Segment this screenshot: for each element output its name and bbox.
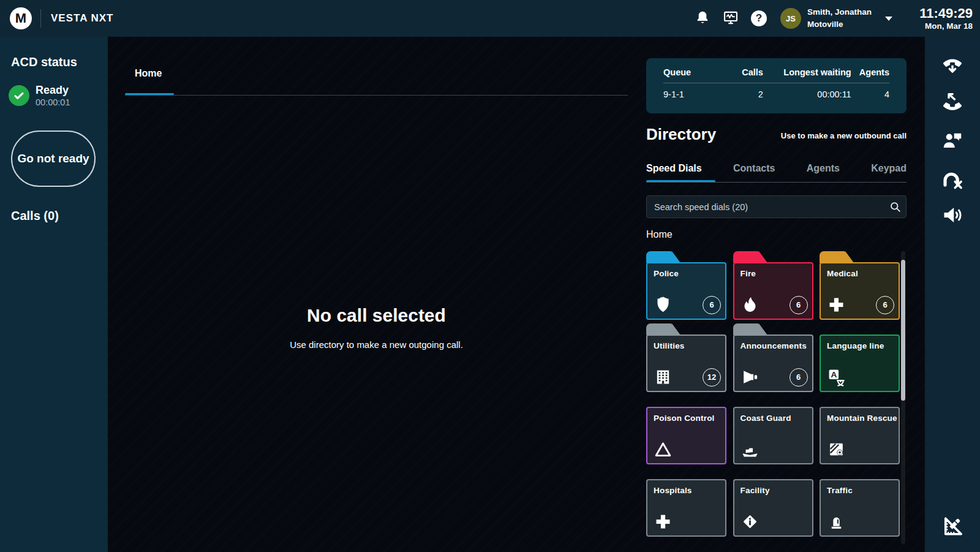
- calls-section-title: Calls (0): [11, 209, 108, 223]
- answer-call-icon: [941, 55, 963, 78]
- acd-sidebar: ACD status Ready 00:00:01 Go not ready C…: [0, 37, 108, 552]
- monitor-off-icon: [941, 168, 963, 192]
- queue-calls-cell: 2: [728, 89, 763, 99]
- tile-label: Facility: [741, 486, 806, 495]
- tile-label: Coast Guard: [741, 414, 806, 423]
- speed-dial-language-line[interactable]: Language line A: [820, 335, 900, 392]
- speed-dial-mountain-rescue[interactable]: Mountain Rescue: [820, 407, 900, 464]
- tile-count-badge: 6: [790, 368, 808, 387]
- monitor-off-button[interactable]: [938, 165, 967, 194]
- release-call-button[interactable]: [938, 88, 967, 118]
- acd-status-row: Ready 00:00:01: [9, 84, 108, 107]
- directory-panel: Queue Calls Longest waiting Agents 9-1-1…: [646, 37, 907, 552]
- search-input[interactable]: [647, 202, 884, 212]
- release-call-icon: [941, 91, 963, 115]
- svg-text:A: A: [831, 370, 837, 379]
- queue-table-row: 9-1-1 2 00:00:11 4: [663, 89, 889, 99]
- main-area: Home No call selected Use directory to m…: [108, 37, 925, 552]
- header-divider: [40, 9, 41, 28]
- speed-dial-folder-fire[interactable]: Fire 6: [733, 262, 813, 320]
- clock-date: Mon, Mar 18: [902, 21, 973, 31]
- logo-glyph: M: [15, 12, 26, 25]
- volume-icon: [941, 204, 963, 228]
- search-icon[interactable]: [884, 200, 906, 213]
- empty-call-state: No call selected Use directory to make a…: [125, 305, 628, 350]
- clock: 11:49:29 Mon, Mar 18: [902, 6, 973, 30]
- acd-status-label: Ready: [36, 84, 70, 97]
- longest-waiting-col-header: Longest waiting: [763, 67, 851, 77]
- avatar-initials: JS: [786, 14, 796, 23]
- monitor-pulse-icon: [723, 10, 739, 28]
- police-badge-icon: [654, 295, 673, 314]
- tile-label: Police: [654, 269, 719, 278]
- directory-tab-contacts[interactable]: Contacts: [733, 163, 775, 174]
- folder-tab: [733, 323, 759, 335]
- queue-table-divider: [663, 83, 889, 83]
- tile-label: Fire: [741, 269, 806, 278]
- megaphone-icon: [741, 368, 760, 387]
- tile-count-badge: 12: [703, 368, 721, 387]
- volume-button[interactable]: [938, 201, 967, 230]
- bell-icon: [695, 10, 710, 28]
- speed-dial-folder-police[interactable]: Police 6: [646, 262, 726, 320]
- go-not-ready-button[interactable]: Go not ready: [11, 130, 96, 187]
- folder-tab: [733, 251, 759, 263]
- speed-dial-poison-control[interactable]: Poison Control: [646, 407, 726, 464]
- speed-dial-folder-medical[interactable]: Medical 6: [820, 262, 900, 320]
- directory-tab-agents[interactable]: Agents: [807, 163, 840, 174]
- translate-icon: A: [827, 368, 846, 387]
- directory-tab-speed-dials[interactable]: Speed Dials: [646, 163, 702, 174]
- directory-tabbar-divider: [646, 182, 907, 183]
- tile-label: Mountain Rescue: [827, 414, 892, 423]
- ruler-pencil-icon: [941, 515, 963, 539]
- agent-chat-button[interactable]: [938, 126, 967, 155]
- queue-col-header: Queue: [663, 67, 728, 77]
- notifications-button[interactable]: [688, 4, 717, 32]
- tab-home[interactable]: Home: [135, 68, 162, 79]
- agents-col-header: Agents: [851, 67, 889, 77]
- help-button[interactable]: ?: [745, 4, 773, 32]
- directory-tab-keypad[interactable]: Keypad: [871, 163, 907, 174]
- tile-label: Traffic: [827, 486, 892, 495]
- queue-name-cell: 9-1-1: [663, 89, 728, 99]
- speed-dial-hospitals[interactable]: Hospitals: [646, 479, 726, 537]
- clock-time: 11:49:29: [902, 6, 973, 21]
- agent-chat-icon: [941, 129, 963, 153]
- user-location: Motoville: [807, 18, 872, 31]
- user-menu-button[interactable]: [875, 5, 902, 32]
- speed-dial-coast-guard[interactable]: Coast Guard: [733, 407, 813, 464]
- folder-tab: [820, 251, 845, 263]
- directory-hint: Use to make a new outbound call: [781, 131, 907, 142]
- traffic-beacon-icon: [827, 512, 846, 531]
- speed-dial-facility[interactable]: Facility: [733, 479, 813, 537]
- tile-label: Hospitals: [654, 486, 719, 495]
- system-status-button[interactable]: [717, 4, 745, 32]
- empty-state-subtitle: Use directory to make a new outgoing cal…: [125, 339, 628, 350]
- directory-scrollbar[interactable]: [901, 251, 905, 544]
- medical-cross-icon: [827, 295, 846, 314]
- help-icon: ?: [751, 10, 767, 26]
- ready-check-icon: [9, 85, 29, 106]
- queue-agents-cell: 4: [851, 89, 889, 99]
- chevron-down-icon: [885, 17, 892, 21]
- user-avatar[interactable]: JS: [780, 8, 801, 29]
- hospital-cross-icon: [654, 512, 673, 531]
- speed-dial-traffic[interactable]: Traffic: [820, 479, 900, 537]
- speed-dial-folder-utilities[interactable]: Utilities 12: [646, 335, 726, 392]
- app-title: VESTA NXT: [51, 12, 114, 25]
- speed-dial-search: [646, 195, 907, 218]
- facility-diamond-icon: [741, 512, 760, 531]
- building-icon: [654, 368, 673, 387]
- queue-summary-card: Queue Calls Longest waiting Agents 9-1-1…: [646, 58, 907, 113]
- answer-call-button[interactable]: [938, 51, 967, 81]
- speed-dial-grid: Police 6 Fire 6 Medical 6 Utilities: [646, 262, 900, 537]
- tile-label: Announcements: [741, 341, 806, 350]
- tab-bar-divider: [125, 95, 628, 96]
- scrollbar-thumb[interactable]: [901, 260, 905, 401]
- flame-icon: [741, 295, 760, 314]
- queue-longest-waiting-cell: 00:00:11: [763, 89, 851, 99]
- measure-tool-button[interactable]: [938, 512, 967, 542]
- tile-label: Medical: [827, 269, 892, 278]
- directory-title: Directory: [646, 126, 716, 142]
- speed-dial-folder-announcements[interactable]: Announcements 6: [733, 335, 813, 392]
